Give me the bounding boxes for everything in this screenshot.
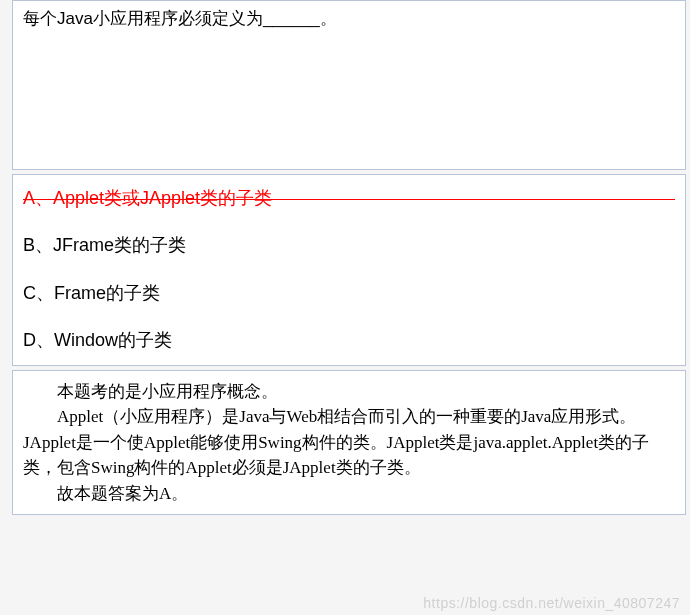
option-label: D、 [23,330,54,350]
options-panel: A、Applet类或JApplet类的子类 B、JFrame类的子类 C、Fra… [12,174,686,366]
option-text: Applet类或JApplet类的子类 [53,188,272,208]
option-label: A、 [23,188,53,208]
option-label: B、 [23,235,53,255]
option-a[interactable]: A、Applet类或JApplet类的子类 [13,175,685,222]
option-text: Window的子类 [54,330,172,350]
option-b[interactable]: B、JFrame类的子类 [13,222,685,269]
option-d[interactable]: D、Window的子类 [13,317,685,364]
explanation-line-3: 故本题答案为A。 [23,481,675,507]
watermark: https://blog.csdn.net/weixin_40807247 [423,595,680,611]
explanation-text: Applet（小应用程序）是Java与Web相结合而引入的一种重要的Java应用… [23,407,649,477]
option-text: JFrame类的子类 [53,235,186,255]
question-text: 每个Java小应用程序必须定义为______。 [23,7,675,31]
option-label: C、 [23,283,54,303]
explanation-line-2: Applet（小应用程序）是Java与Web相结合而引入的一种重要的Java应用… [23,404,675,481]
option-c[interactable]: C、Frame的子类 [13,270,685,317]
explanation-panel: 本题考的是小应用程序概念。 Applet（小应用程序）是Java与Web相结合而… [12,370,686,516]
question-panel: 每个Java小应用程序必须定义为______。 [12,0,686,170]
option-text: Frame的子类 [54,283,160,303]
explanation-line-1: 本题考的是小应用程序概念。 [23,379,675,405]
